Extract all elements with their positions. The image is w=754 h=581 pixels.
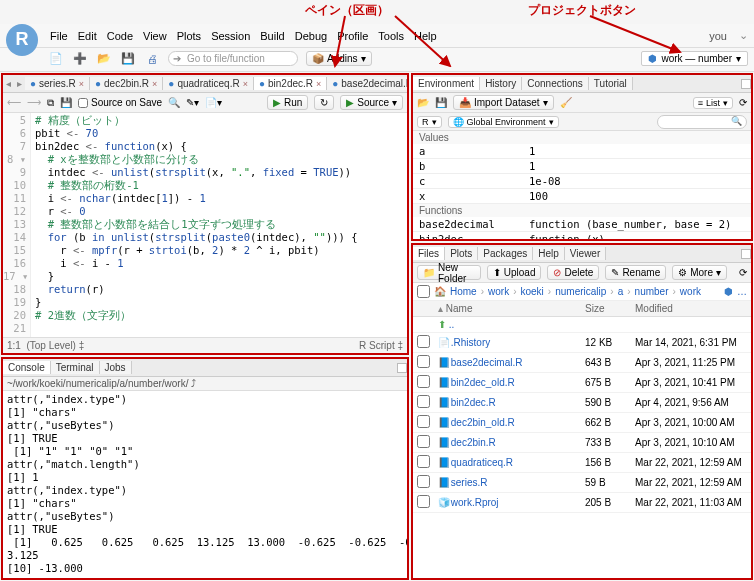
- tab-packages[interactable]: Packages: [478, 247, 533, 260]
- file-row[interactable]: 🧊 work.Rproj205 BMar 22, 2021, 11:03 AM: [413, 493, 751, 513]
- tab-plots[interactable]: Plots: [445, 247, 478, 260]
- tab-dec2bin[interactable]: ●dec2bin.R×: [90, 77, 163, 90]
- home-icon[interactable]: 🏠: [434, 286, 446, 297]
- refresh-icon[interactable]: ⟳: [739, 267, 747, 278]
- rename-button[interactable]: ✎ Rename: [605, 265, 666, 280]
- crumb[interactable]: work: [488, 286, 509, 297]
- tab-viewer[interactable]: Viewer: [565, 247, 606, 260]
- menu-debug[interactable]: Debug: [295, 30, 327, 42]
- goto-file-function-input[interactable]: Go to file/function: [168, 51, 298, 66]
- save-icon[interactable]: 💾: [60, 97, 72, 108]
- menu-plots[interactable]: Plots: [177, 30, 201, 42]
- file-row[interactable]: 📘 dec2bin.R733 BApr 3, 2021, 10:10 AM: [413, 433, 751, 453]
- file-row[interactable]: 📘 bin2dec.R590 BApr 4, 2021, 9:56 AM: [413, 393, 751, 413]
- crumb[interactable]: koeki: [521, 286, 544, 297]
- crumb[interactable]: numericalip: [555, 286, 606, 297]
- close-icon[interactable]: ×: [243, 79, 248, 89]
- env-scope[interactable]: 🌐 Global Environment ▾: [448, 116, 559, 128]
- tab-series[interactable]: ●series.R×: [25, 77, 90, 90]
- open-file-icon[interactable]: 📂: [96, 51, 112, 67]
- file-select-checkbox[interactable]: [417, 395, 430, 408]
- editor-code[interactable]: # 精度（ビット）pbit <- 70bin2dec <- function(x…: [31, 113, 407, 337]
- show-in-new-icon[interactable]: ⧉: [47, 97, 54, 109]
- source-editor[interactable]: 5 6 7 8 ▾ 9 10 11 12 13 14 15 16 17 ▾ 18…: [3, 113, 407, 337]
- file-row[interactable]: 📘 dec2bin_old.R662 BApr 3, 2021, 10:00 A…: [413, 413, 751, 433]
- new-folder-button[interactable]: 📁 New Folder: [417, 265, 481, 280]
- filetype-label[interactable]: R Script ‡: [359, 340, 403, 351]
- file-row[interactable]: 📘 quadraticeq.R156 BMar 22, 2021, 12:59 …: [413, 453, 751, 473]
- menu-view[interactable]: View: [143, 30, 167, 42]
- tab-connections[interactable]: Connections: [522, 77, 589, 90]
- more-button[interactable]: ⚙ More ▾: [672, 265, 727, 280]
- upload-button[interactable]: ⬆ Upload: [487, 265, 542, 280]
- close-icon[interactable]: ×: [79, 79, 84, 89]
- file-select-checkbox[interactable]: [417, 335, 430, 348]
- env-row[interactable]: bin2decfunction (x): [413, 232, 751, 240]
- new-project-icon[interactable]: ➕: [72, 51, 88, 67]
- env-row[interactable]: c1e-08: [413, 174, 751, 189]
- menu-help[interactable]: Help: [414, 30, 437, 42]
- tab-environment[interactable]: Environment: [413, 77, 480, 90]
- tab-bin2dec[interactable]: ●bin2dec.R×: [254, 77, 327, 90]
- menu-profile[interactable]: Profile: [337, 30, 368, 42]
- close-icon[interactable]: ×: [316, 79, 321, 89]
- user-label[interactable]: you: [709, 30, 727, 42]
- menu-tools[interactable]: Tools: [378, 30, 404, 42]
- env-row[interactable]: a1: [413, 144, 751, 159]
- load-workspace-icon[interactable]: 📂: [417, 97, 429, 108]
- file-row[interactable]: 📘 base2decimal.R643 BApr 3, 2021, 11:25 …: [413, 353, 751, 373]
- close-icon[interactable]: ×: [152, 79, 157, 89]
- tabs-prev-icon[interactable]: ◂: [3, 78, 14, 89]
- file-select-checkbox[interactable]: [417, 475, 430, 488]
- delete-button[interactable]: ⊘ Delete: [547, 265, 599, 280]
- menu-code[interactable]: Code: [107, 30, 133, 42]
- file-select-checkbox[interactable]: [417, 375, 430, 388]
- report-icon[interactable]: 📄▾: [205, 97, 222, 108]
- wd-expand-icon[interactable]: ⤴: [191, 378, 196, 389]
- env-row[interactable]: x100: [413, 189, 751, 204]
- more-path-icon[interactable]: …: [737, 286, 747, 297]
- menu-build[interactable]: Build: [260, 30, 284, 42]
- tab-tutorial[interactable]: Tutorial: [589, 77, 633, 90]
- env-search-input[interactable]: [657, 115, 747, 129]
- wand-icon[interactable]: ✎▾: [186, 97, 199, 108]
- menu-file[interactable]: File: [50, 30, 68, 42]
- save-workspace-icon[interactable]: 💾: [435, 97, 447, 108]
- crumb[interactable]: number: [635, 286, 669, 297]
- select-all-checkbox[interactable]: [417, 285, 430, 298]
- menu-session[interactable]: Session: [211, 30, 250, 42]
- tabs-next-icon[interactable]: ▸: [14, 78, 25, 89]
- scope-label[interactable]: (Top Level): [26, 340, 75, 351]
- tab-console[interactable]: Console: [3, 361, 51, 374]
- col-size[interactable]: Size: [581, 301, 631, 317]
- addins-button[interactable]: 📦 Addins ▾: [306, 51, 372, 66]
- env-row[interactable]: b1: [413, 159, 751, 174]
- env-view-mode[interactable]: ≡ List ▾: [693, 97, 733, 109]
- tab-jobs[interactable]: Jobs: [100, 361, 132, 374]
- file-select-checkbox[interactable]: [417, 495, 430, 508]
- find-icon[interactable]: 🔍: [168, 97, 180, 108]
- user-dropdown-icon[interactable]: ⌄: [739, 29, 748, 42]
- import-dataset-button[interactable]: 📥 Import Dataset ▾: [453, 95, 554, 110]
- tab-history[interactable]: History: [480, 77, 522, 90]
- tab-quadraticeq[interactable]: ●quadraticeq.R×: [163, 77, 254, 90]
- print-icon[interactable]: 🖨: [144, 51, 160, 67]
- rerun-icon[interactable]: ↻: [314, 95, 334, 110]
- col-modified[interactable]: Modified: [631, 301, 751, 317]
- back-icon[interactable]: ⟵: [7, 97, 21, 108]
- fwd-icon[interactable]: ⟶: [27, 97, 41, 108]
- new-file-icon[interactable]: 📄: [48, 51, 64, 67]
- refresh-icon[interactable]: ⟳: [739, 97, 747, 108]
- console-working-dir[interactable]: ~/work/koeki/numericalip/a/number/work/ …: [3, 377, 407, 391]
- save-all-icon[interactable]: 💾: [120, 51, 136, 67]
- tab-files[interactable]: Files: [413, 247, 445, 260]
- pane-popout-icon[interactable]: [741, 79, 751, 89]
- file-row-up[interactable]: ⬆ ..: [413, 317, 751, 333]
- env-engine[interactable]: R ▾: [417, 116, 442, 128]
- file-select-checkbox[interactable]: [417, 355, 430, 368]
- clear-objects-icon[interactable]: 🧹: [560, 97, 572, 108]
- crumb[interactable]: Home: [450, 286, 477, 297]
- file-row[interactable]: 📘 series.R59 BMar 22, 2021, 12:59 AM: [413, 473, 751, 493]
- pane-popout-icon[interactable]: [741, 249, 751, 259]
- file-row[interactable]: 📄 .Rhistory12 KBMar 14, 2021, 6:31 PM: [413, 333, 751, 353]
